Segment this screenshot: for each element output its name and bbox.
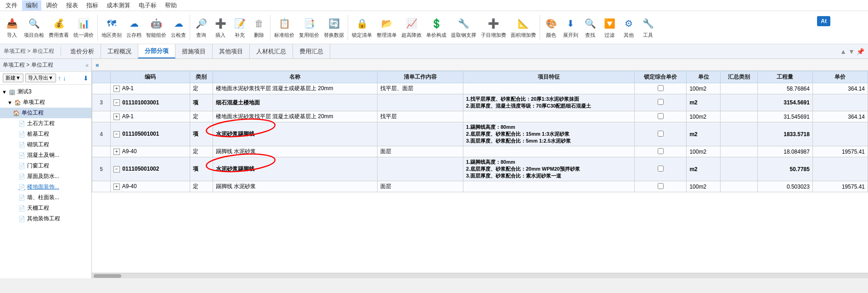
toolbar-steel-support[interactable]: 🔧 提取钢支撑	[449, 15, 478, 40]
pin-icon[interactable]: 📌	[857, 48, 864, 55]
toolbar-delete[interactable]: 🗑 删除	[250, 15, 268, 40]
menu-help[interactable]: 帮助	[161, 0, 180, 11]
expand-button[interactable]: −	[113, 166, 120, 172]
menu-edit[interactable]: 编制	[22, 0, 41, 11]
menu-ebid[interactable]: 电子标	[135, 0, 160, 11]
tree-unit[interactable]: 🏠 单位工程	[0, 108, 91, 118]
row-lock[interactable]	[635, 146, 687, 157]
toolbar-unit-price[interactable]: 💲 单价构成	[424, 15, 448, 40]
supplement-icon: 📝	[232, 16, 247, 31]
std-price-label: 标准组价	[274, 32, 294, 39]
menu-price[interactable]: 调价	[42, 0, 62, 11]
row-unit: m2	[687, 122, 720, 146]
tab-fee-summary[interactable]: 费用汇总	[293, 44, 330, 58]
toolbar-cloud-check[interactable]: ☁ 云检查	[169, 15, 188, 40]
row-summary	[720, 83, 757, 94]
row-lock[interactable]	[635, 122, 687, 146]
tree-item-floor[interactable]: 📄 楼地面装饰...	[0, 182, 91, 192]
toolbar-fee-view[interactable]: 💰 费用查看	[47, 15, 71, 40]
menu-report[interactable]: 报表	[62, 0, 82, 11]
tab-labor-material[interactable]: 人材机汇总	[250, 44, 293, 58]
tree-item-ceiling[interactable]: 📄 天棚工程	[0, 203, 91, 213]
tab-other-items[interactable]: 其他项目	[213, 44, 250, 58]
nav-down-icon[interactable]: ▼	[848, 48, 855, 55]
toolbar-insert[interactable]: ➕ 插入	[211, 15, 230, 40]
toolbar-region[interactable]: 🗺 地区类别	[100, 15, 124, 40]
toolbar-reuse-price[interactable]: 📑 复用组价	[297, 15, 321, 40]
toolbar-other[interactable]: ⚙ 其他	[620, 15, 638, 40]
tree-item-earthwork[interactable]: 📄 土石方工程	[0, 118, 91, 129]
toolbar-organize[interactable]: 📂 整理清单	[375, 15, 399, 40]
toolbar-area-add[interactable]: 📐 面积增加费	[509, 15, 538, 40]
sub-toolbar-expand[interactable]: «	[96, 61, 99, 69]
replace-data-label: 替换数据	[324, 32, 344, 39]
tree-item-wall[interactable]: 📄 墙、柱面装...	[0, 192, 91, 203]
row-lock[interactable]	[635, 157, 687, 181]
row-price	[812, 157, 868, 181]
query-label: 查询	[196, 32, 206, 39]
toolbar-lock[interactable]: 🔒 锁定清单	[350, 15, 374, 40]
tab-project-overview[interactable]: 工程概况	[101, 44, 138, 58]
area-add-label: 面积增加费	[511, 32, 536, 39]
col-unit: 单位	[687, 71, 720, 83]
toolbar-filter[interactable]: 🔽 过滤	[600, 15, 619, 40]
toolbar-std-price[interactable]: 📋 标准组价	[272, 15, 296, 40]
tree-item-wall-label: 墙、柱面装...	[27, 194, 59, 201]
expand-button[interactable]: +	[113, 184, 120, 190]
tree-root[interactable]: ▼ 🏢 测试3	[0, 86, 91, 97]
panel-collapse-icon[interactable]: «	[85, 62, 89, 69]
arrow-down-icon[interactable]: ↓	[63, 75, 66, 82]
tree-sub-project[interactable]: ▼ 🏠 单项工程	[0, 97, 91, 108]
tree-item-roof[interactable]: 📄 屋面及防水...	[0, 171, 91, 182]
toolbar-expand[interactable]: ⬇ 展开到	[561, 15, 580, 40]
expand-button[interactable]: −	[113, 99, 120, 106]
tree-sub-label: 单项工程	[23, 98, 45, 106]
toolbar-self-check[interactable]: 🔍 项目自检	[22, 15, 46, 40]
arrow-up-icon[interactable]: ↑	[58, 75, 61, 82]
row-price: 19575.41	[812, 146, 868, 157]
toolbar-supplement[interactable]: 📝 补充	[231, 15, 249, 40]
expand-button[interactable]: +	[113, 149, 120, 155]
toolbar-sub-add[interactable]: ➕ 子目增加费	[479, 15, 508, 40]
scroll-bar[interactable]	[92, 273, 868, 278]
row-feature: 1.踢脚线高度：80mm 2.底层厚度、砂浆配合比：20mm WPM20预拌砂浆…	[463, 157, 634, 181]
row-lock[interactable]	[635, 83, 687, 94]
toolbar-query[interactable]: 🔎 查询	[192, 15, 210, 40]
tab-sections[interactable]: 分部分项	[138, 44, 175, 58]
row-lock[interactable]	[635, 181, 687, 192]
import-export-button[interactable]: 导入导出▼	[25, 74, 56, 82]
tree-item-masonry[interactable]: 📄 砌筑工程	[0, 139, 91, 150]
row-lock[interactable]	[635, 94, 687, 111]
tab-measures[interactable]: 措施项目	[175, 44, 213, 58]
tree-item-other[interactable]: 📄 其他装饰工程	[0, 213, 91, 224]
download-icon[interactable]: ⬇	[83, 75, 89, 82]
filter-label: 过滤	[604, 32, 614, 39]
menu-index[interactable]: 指标	[83, 0, 102, 11]
tree-item-door[interactable]: 📄 门窗工程	[0, 161, 91, 171]
toolbar-unified-price[interactable]: 📊 统一调价	[72, 15, 96, 40]
tree-item-concrete[interactable]: 📄 混凝土及钢...	[0, 150, 91, 161]
toolbar-smart-price[interactable]: 🤖 智能组价	[144, 15, 168, 40]
region-label: 地区类别	[101, 32, 122, 39]
table-wrapper[interactable]: 编码 类别 名称 清单工作内容 项目特征 锁定综合单价 单位 汇总类别 工程量 …	[92, 71, 868, 273]
tree-item-pile[interactable]: 📄 桩基工程	[0, 129, 91, 139]
toolbar-high-reduce[interactable]: 📈 超高降效	[400, 15, 423, 40]
toolbar-tools[interactable]: 🔧 工具	[639, 15, 657, 40]
row-qty: 31.545691	[758, 111, 813, 122]
toolbar-import[interactable]: 📥 导入	[3, 15, 21, 40]
menu-cost[interactable]: 成本测算	[103, 0, 134, 11]
row-unit: 100m2	[687, 83, 720, 94]
menu-file[interactable]: 文件	[2, 0, 21, 11]
expand-button[interactable]: +	[113, 86, 120, 92]
self-check-label: 项目自检	[24, 32, 44, 39]
nav-up-icon[interactable]: ▲	[840, 48, 846, 55]
new-button[interactable]: 新建▼	[3, 74, 23, 82]
expand-button[interactable]: +	[113, 114, 120, 120]
toolbar-replace-data[interactable]: 🔄 替换数据	[322, 15, 346, 40]
expand-button[interactable]: −	[113, 131, 120, 138]
toolbar-find[interactable]: 🔍 查找	[581, 15, 599, 40]
row-lock[interactable]	[635, 111, 687, 122]
toolbar-color[interactable]: 🎨 颜色	[542, 15, 560, 40]
toolbar-cloud-save[interactable]: ☁ 云存档	[124, 15, 143, 40]
tab-cost-analysis[interactable]: 造价分析	[64, 44, 101, 58]
